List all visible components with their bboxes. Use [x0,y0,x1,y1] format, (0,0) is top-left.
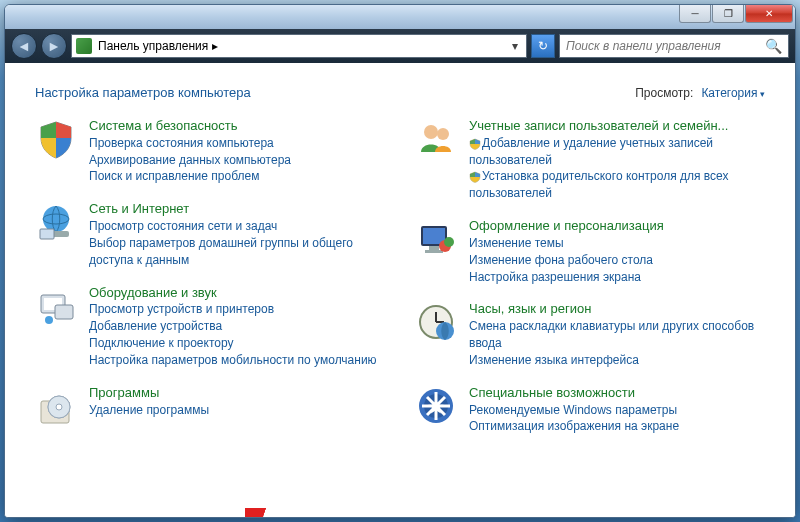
category-title[interactable]: Часы, язык и регион [469,301,765,318]
address-dropdown-icon[interactable]: ▾ [508,39,522,53]
users-icon [415,118,457,160]
link-text: Подключение к проектору [89,336,234,350]
category-link[interactable]: Изменение фона рабочего стола [469,252,765,269]
category-link[interactable]: Удаление программы [89,402,385,419]
link-text: Настройка параметров мобильности по умол… [89,353,377,367]
appearance-icon [415,218,457,260]
svg-point-0 [43,206,69,232]
link-text: Просмотр устройств и принтеров [89,302,274,316]
svg-point-13 [437,128,449,140]
link-text: Оптимизация изображения на экране [469,419,679,433]
titlebar: ─ ❐ ✕ [5,5,795,29]
category-body: Учетные записи пользователей и семейн...… [469,118,765,202]
svg-point-12 [424,125,438,139]
category-block: Оформление и персонализацияИзменение тем… [415,218,765,285]
svg-point-19 [444,237,454,247]
category-link[interactable]: Установка родительского контроля для все… [469,168,765,202]
search-bar[interactable]: 🔍 [559,34,789,58]
category-link[interactable]: Настройка параметров мобильности по умол… [89,352,385,369]
category-link[interactable]: Добавление и удаление учетных записей по… [469,135,765,169]
svg-rect-16 [429,246,439,250]
category-block: Часы, язык и регионСмена раскладки клави… [415,301,765,368]
svg-point-7 [45,316,53,324]
category-link[interactable]: Проверка состояния компьютера [89,135,385,152]
link-text: Выбор параметров домашней группы и общег… [89,236,353,267]
svg-rect-17 [425,250,443,253]
link-text: Добавление и удаление учетных записей по… [469,136,713,167]
category-body: Оформление и персонализацияИзменение тем… [469,218,765,285]
ease-icon [415,385,457,427]
shield-icon [35,118,77,160]
link-text: Добавление устройства [89,319,222,333]
category-title[interactable]: Сеть и Интернет [89,201,385,218]
category-body: Система и безопасностьПроверка состояния… [89,118,385,185]
category-block: Специальные возможностиРекомендуемые Win… [415,385,765,435]
category-link[interactable]: Смена раскладки клавиатуры или других сп… [469,318,765,352]
category-title[interactable]: Программы [89,385,385,402]
close-button[interactable]: ✕ [745,5,793,23]
minimize-button[interactable]: ─ [679,5,711,23]
link-text: Архивирование данных компьютера [89,153,291,167]
category-link[interactable]: Изменение языка интерфейса [469,352,765,369]
search-icon[interactable]: 🔍 [765,38,782,54]
view-dropdown[interactable]: Категория [701,86,765,100]
hardware-icon [35,285,77,327]
link-text: Изменение темы [469,236,564,250]
category-link[interactable]: Оптимизация изображения на экране [469,418,765,435]
control-panel-window: ─ ❐ ✕ ◄ ► Панель управления ▸ ▾ ↻ 🔍 Наст… [4,4,796,518]
category-body: Оборудование и звукПросмотр устройств и … [89,285,385,369]
category-link[interactable]: Рекомендуемые Windows параметры [469,402,765,419]
category-link[interactable]: Добавление устройства [89,318,385,335]
maximize-button[interactable]: ❐ [712,5,744,23]
svg-rect-6 [55,305,73,319]
category-block: Оборудование и звукПросмотр устройств и … [35,285,385,369]
link-text: Просмотр состояния сети и задач [89,219,277,233]
category-body: ПрограммыУдаление программы [89,385,385,427]
svg-point-11 [56,404,62,410]
control-panel-icon [76,38,92,54]
category-block: ПрограммыУдаление программы [35,385,385,427]
link-text: Рекомендуемые Windows параметры [469,403,677,417]
category-link[interactable]: Поиск и исправление проблем [89,168,385,185]
category-title[interactable]: Учетные записи пользователей и семейн... [469,118,765,135]
left-column: Система и безопасностьПроверка состояния… [35,118,385,451]
link-text: Поиск и исправление проблем [89,169,259,183]
category-link[interactable]: Выбор параметров домашней группы и общег… [89,235,385,269]
category-body: Часы, язык и регионСмена раскладки клави… [469,301,765,368]
network-icon [35,201,77,243]
address-bar[interactable]: Панель управления ▸ ▾ [71,34,527,58]
category-link[interactable]: Подключение к проектору [89,335,385,352]
annotation-arrow [245,508,385,517]
category-link[interactable]: Архивирование данных компьютера [89,152,385,169]
category-link[interactable]: Просмотр состояния сети и задач [89,218,385,235]
category-block: Сеть и ИнтернетПросмотр состояния сети и… [35,201,385,268]
category-title[interactable]: Оформление и персонализация [469,218,765,235]
category-body: Специальные возможностиРекомендуемые Win… [469,385,765,435]
category-link[interactable]: Изменение темы [469,235,765,252]
link-text: Установка родительского контроля для все… [469,169,729,200]
view-selector: Просмотр: Категория [635,86,765,100]
right-column: Учетные записи пользователей и семейн...… [415,118,765,451]
link-text: Удаление программы [89,403,209,417]
svg-line-27 [255,516,375,517]
category-link[interactable]: Просмотр устройств и принтеров [89,301,385,318]
forward-button[interactable]: ► [41,33,67,59]
link-text: Изменение языка интерфейса [469,353,639,367]
link-text: Настройка разрешения экрана [469,270,641,284]
category-block: Система и безопасностьПроверка состояния… [35,118,385,185]
refresh-button[interactable]: ↻ [531,34,555,58]
link-text: Смена раскладки клавиатуры или других сп… [469,319,754,350]
category-title[interactable]: Специальные возможности [469,385,765,402]
breadcrumb: Панель управления ▸ [98,39,502,53]
link-text: Проверка состояния компьютера [89,136,274,150]
category-link[interactable]: Настройка разрешения экрана [469,269,765,286]
category-title[interactable]: Оборудование и звук [89,285,385,302]
category-block: Учетные записи пользователей и семейн...… [415,118,765,202]
programs-icon [35,385,77,427]
category-body: Сеть и ИнтернетПросмотр состояния сети и… [89,201,385,268]
category-title[interactable]: Система и безопасность [89,118,385,135]
back-button[interactable]: ◄ [11,33,37,59]
search-input[interactable] [566,39,765,53]
link-text: Изменение фона рабочего стола [469,253,653,267]
clock-icon [415,301,457,343]
